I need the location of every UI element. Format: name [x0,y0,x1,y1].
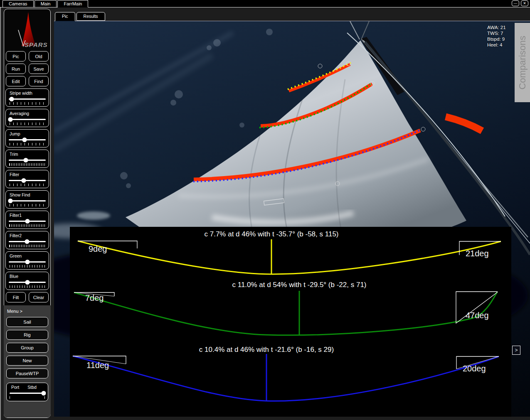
slider-thumb[interactable] [10,97,14,101]
slider-thumb[interactable] [21,178,26,183]
stripe-profile-overlay: c 7.7% at d 46% with t -35.7° (b -58, s … [70,227,511,417]
new-button[interactable]: New [6,356,48,366]
slider-ticks [9,245,46,247]
yellow-entry-angle-label: 9deg [89,244,107,254]
slider-label: Trim [10,152,46,157]
sidebar-button-grid: Pic Old Run Save Edit Find [6,51,49,86]
slider-thumb[interactable] [25,260,30,264]
slider-track[interactable] [9,280,46,285]
window-controls: — ✕ [512,0,528,6]
slider-ticks [9,224,46,227]
slider-label: Jump [10,131,46,136]
sail-button[interactable]: Sail [6,317,48,327]
slider-track[interactable] [9,96,46,102]
btspd-value: Btspd: 9 [487,36,506,42]
pic-button[interactable]: Pic [6,51,26,61]
slider-track[interactable] [9,198,46,204]
point-marker[interactable] [318,64,322,68]
port-label: Port [11,385,19,390]
pausewtp-button[interactable]: PauseWTP [6,368,48,378]
rig-red-band [446,117,482,131]
slider-ticks [9,204,46,206]
window-tab-main[interactable]: Main [35,0,57,7]
point-marker[interactable] [421,127,425,131]
save-button[interactable]: Save [29,64,49,74]
slider-trim: Trim [5,150,49,168]
window-left-edge [0,7,1,420]
port-stbd-ticks [10,396,45,399]
green-profile-curve [74,292,497,335]
slider-label: Filter [10,172,46,177]
slider-ticks [9,163,46,166]
slider-filter2: Filter2 [5,231,49,249]
slider-label: Show Find [10,192,46,197]
blue-profile-curve [73,356,499,401]
slider-track[interactable] [9,239,46,244]
slider-ticks [9,285,46,288]
yellow-profile-curve [78,241,501,274]
window-tab-cameras[interactable]: Cameras [2,0,34,7]
slider-thumb[interactable] [25,280,30,285]
filter-buttons-row: Filt Clear [6,292,49,302]
tws-value: TWS: 7 [487,30,506,36]
edit-button[interactable]: Edit [6,76,26,86]
slider-label: Stripe width [10,91,46,96]
deck-glow [77,211,110,220]
slider-label: Blue [10,274,46,279]
slider-track[interactable] [9,137,46,142]
slider-jump: Jump [5,129,49,147]
sidebar: SPARS Pic Old Run Save Edit Find Stripe … [4,9,51,418]
slider-green: Green [5,251,49,270]
slider-track[interactable] [9,259,46,265]
light-streak [54,33,233,131]
rig-button[interactable]: Rig [6,330,48,340]
slider-ticks [9,265,46,268]
close-icon[interactable]: ✕ [521,0,528,6]
clear-button[interactable]: Clear [29,292,49,302]
tab-results[interactable]: Results [76,12,105,21]
telemetry-readout: AWA: 21 TWS: 7 Btspd: 9 Heel: 4 [487,25,506,48]
slider-filter: Filter [5,170,49,188]
window-tab-farrmain[interactable]: FarrMain [57,0,88,7]
blue-entry-angle-label: 11deg [86,361,109,370]
slider-label: Green [10,253,46,258]
blue-exit-angle-label: 20deg [463,364,486,373]
slider-track[interactable] [9,219,46,224]
slider-label: Filter1 [10,213,46,218]
slider-thumb[interactable] [25,239,29,244]
main-tab-bar: Pic Results [55,12,106,21]
old-button[interactable]: Old [29,51,49,61]
masthead-line [361,21,369,39]
port-stbd-track[interactable] [10,391,45,396]
heel-value: Heel: 4 [487,42,506,48]
logo-brand-text: SPARS [25,41,48,48]
yellow-entry-angle-shape [78,241,137,248]
comparisons-panel-handle[interactable]: Comparisons [515,23,530,102]
blue-stripe-caption: c 10.4% at d 46% with t -21.6° (b -16, s… [199,346,334,354]
slider-ticks [9,184,46,186]
menu-label[interactable]: Menu > [6,307,48,314]
slider-track[interactable] [9,117,46,122]
slider-thumb[interactable] [23,158,28,162]
port-stbd-thumb[interactable] [41,391,46,395]
filt-button[interactable]: Filt [6,292,26,302]
slider-track[interactable] [9,157,46,163]
tab-pic[interactable]: Pic [55,12,75,21]
slider-thumb[interactable] [8,117,12,122]
slider-ticks [9,123,46,125]
yellow-stripe-caption: c 7.7% at d 46% with t -35.7° (b -58, s … [204,230,338,238]
slider-stripe-width: Stripe width [5,88,49,107]
slider-ticks [9,143,46,145]
group-button[interactable]: Group [6,343,48,353]
slider-track[interactable] [9,178,46,183]
slider-thumb[interactable] [25,219,30,224]
port-stbd-labels: Port Stbd [11,385,45,390]
next-arrow-button[interactable]: > [512,346,520,355]
run-button[interactable]: Run [6,64,26,74]
minimize-icon[interactable]: — [512,0,519,6]
slider-thumb[interactable] [8,199,13,203]
slider-label: Filter2 [10,233,46,238]
window-tab-bar: Cameras Main FarrMain [0,0,530,7]
slider-thumb[interactable] [22,138,27,142]
find-button[interactable]: Find [29,76,49,86]
